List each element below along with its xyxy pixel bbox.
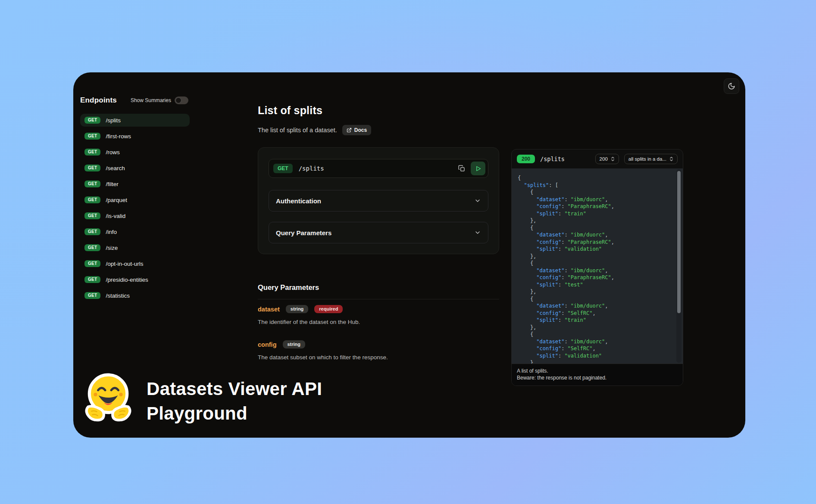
method-badge: GET — [84, 212, 100, 219]
moon-icon — [728, 82, 735, 90]
parameter-row: configstring — [258, 340, 499, 348]
endpoint-path-label: /filter — [106, 181, 118, 187]
up-down-chevrons-icon — [611, 156, 615, 162]
sidebar-item-search[interactable]: GET/search — [80, 162, 190, 174]
json-code-line: "dataset": "ibm/duorc", — [518, 231, 675, 239]
parameter-config: configstringThe dataset subset on which … — [258, 340, 499, 361]
endpoint-path-label: /size — [106, 245, 118, 251]
parameter-type-badge: string — [286, 305, 309, 313]
request-path: /splits — [299, 165, 324, 172]
subtitle-row: The list of splits of a dataset. Docs — [258, 125, 371, 135]
response-footer: A list of splits. Beware: the response i… — [512, 364, 683, 386]
authentication-accordion[interactable]: Authentication — [269, 190, 488, 212]
app-title: Datasets Viewer API Playground — [147, 376, 322, 426]
sidebar-item-opt-in-out-urls[interactable]: GET/opt-in-out-urls — [80, 257, 190, 270]
json-code-line: "config": "ParaphraseRC", — [518, 239, 675, 246]
sidebar-item-first-rows[interactable]: GET/first-rows — [80, 130, 190, 143]
page-title: List of splits — [258, 104, 322, 117]
query-parameters-section-title: Query Parameters — [258, 283, 319, 292]
query-parameters-accordion-label: Query Parameters — [276, 229, 331, 236]
scrollbar-track[interactable] — [676, 169, 682, 363]
response-footer-line: A list of splits. — [517, 367, 678, 374]
json-code-line: { — [518, 189, 675, 196]
json-code-line: }, — [518, 217, 675, 224]
json-code-line: "split": "train" — [518, 317, 675, 324]
method-badge: GET — [84, 180, 100, 187]
json-code-line: "config": "SelfRC", — [518, 310, 675, 317]
sidebar-item-filter[interactable]: GET/filter — [80, 177, 190, 190]
json-code-line: "splits": [ — [518, 182, 675, 189]
method-badge: GET — [84, 292, 100, 299]
json-code-line: "split": "validation" — [518, 246, 675, 253]
method-badge: GET — [84, 117, 100, 124]
sidebar-item-statistics[interactable]: GET/statistics — [80, 289, 190, 302]
docs-button[interactable]: Docs — [342, 125, 371, 135]
show-summaries-toggle[interactable] — [175, 96, 188, 104]
copy-url-button[interactable] — [455, 162, 468, 175]
json-code-line: "dataset": "ibm/duorc", — [518, 196, 675, 203]
method-badge: GET — [84, 149, 100, 156]
run-request-button[interactable] — [471, 162, 485, 175]
sidebar-item-presidio-entities[interactable]: GET/presidio-entities — [80, 273, 190, 286]
parameter-row: datasetstringrequired — [258, 305, 499, 313]
method-badge: GET — [84, 260, 100, 267]
endpoint-path-label: /statistics — [106, 292, 130, 299]
request-url-bar: GET /splits — [269, 159, 488, 178]
show-summaries-label: Show Summaries — [131, 97, 171, 103]
required-badge: required — [314, 305, 343, 313]
parameter-name: dataset — [258, 306, 280, 313]
parameter-type-badge: string — [283, 340, 306, 348]
json-code-line: "split": "test" — [518, 281, 675, 289]
endpoint-list: GET/splitsGET/first-rowsGET/rowsGET/sear… — [80, 114, 190, 302]
endpoint-description: The list of splits of a dataset. — [258, 127, 337, 134]
json-code-line: "dataset": "ibm/duorc", — [518, 338, 675, 345]
method-badge: GET — [84, 228, 100, 235]
sidebar-item-rows[interactable]: GET/rows — [80, 146, 190, 159]
dark-mode-toggle-button[interactable] — [724, 78, 739, 94]
json-code: { "splits": [ { "dataset": "ibm/duorc", … — [512, 171, 675, 364]
up-down-chevrons-icon — [669, 156, 673, 162]
json-code-line: }, — [518, 288, 675, 296]
copy-icon — [458, 165, 466, 172]
method-badge: GET — [84, 196, 100, 203]
example-select[interactable]: all splits in a da... — [624, 154, 678, 164]
endpoint-path-label: /search — [106, 165, 125, 171]
section-divider — [258, 299, 499, 299]
json-code-line: "config": "SelfRC", — [518, 345, 675, 352]
endpoint-path-label: /parquet — [106, 197, 127, 203]
example-select-value: all splits in a da... — [628, 156, 666, 162]
hugging-face-emoji — [82, 370, 134, 424]
endpoint-path-label: /presidio-entities — [106, 277, 148, 283]
response-panel: 200 /splits 200 all splits in a da... { … — [511, 149, 683, 386]
status-code-badge: 200 — [517, 155, 535, 163]
method-badge: GET — [84, 276, 100, 283]
response-footer-line: Beware: the response is not paginated. — [517, 374, 678, 381]
branding: Datasets Viewer API Playground — [82, 370, 322, 426]
status-select[interactable]: 200 — [595, 154, 619, 164]
scrollbar-thumb[interactable] — [677, 171, 681, 313]
app-title-line2: Playground — [147, 401, 322, 426]
json-code-line: }, — [518, 324, 675, 331]
sidebar-item-size[interactable]: GET/size — [80, 241, 190, 254]
json-code-line: { — [518, 296, 675, 303]
sidebar-item-parquet[interactable]: GET/parquet — [80, 193, 190, 206]
endpoint-path-label: /first-rows — [106, 133, 131, 140]
parameter-description: The dataset subset on which to filter th… — [258, 354, 499, 361]
response-body-viewer[interactable]: { "splits": [ { "dataset": "ibm/duorc", … — [512, 168, 683, 364]
docs-button-label: Docs — [354, 127, 367, 133]
sidebar-item-info[interactable]: GET/info — [80, 225, 190, 238]
sidebar-header: Endpoints Show Summaries — [80, 95, 190, 106]
request-panel: GET /splits Authentication Query Paramet… — [258, 147, 499, 254]
sidebar-title: Endpoints — [80, 96, 117, 105]
parameter-dataset: datasetstringrequiredThe identifier of t… — [258, 305, 499, 325]
toggle-knob — [175, 97, 181, 103]
sidebar-item-is-valid[interactable]: GET/is-valid — [80, 209, 190, 222]
play-icon — [475, 165, 481, 172]
json-code-line: "split": "validation" — [518, 352, 675, 360]
chevron-down-icon — [474, 229, 481, 236]
endpoint-path-label: /splits — [106, 117, 121, 124]
query-parameters-accordion[interactable]: Query Parameters — [269, 222, 488, 243]
endpoint-path-label: /rows — [106, 149, 119, 156]
json-code-line: { — [518, 224, 675, 232]
sidebar-item-splits[interactable]: GET/splits — [80, 114, 190, 127]
